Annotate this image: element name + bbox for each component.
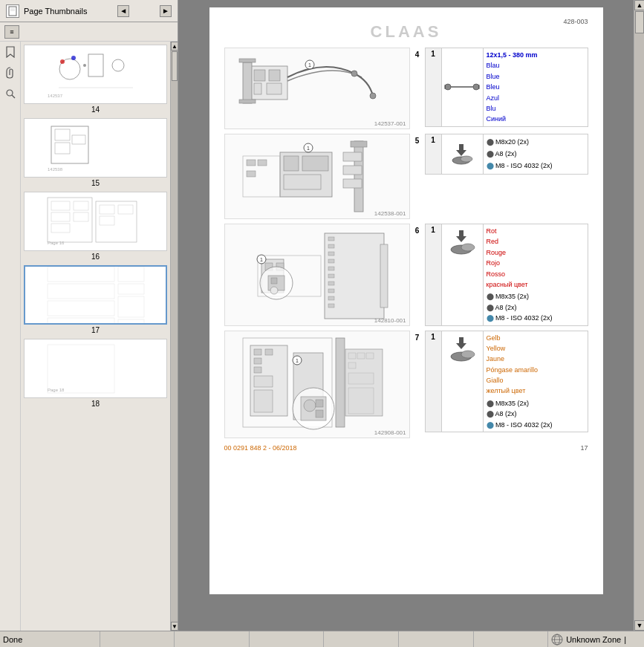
sidebar-scroll-down[interactable]: ▼ xyxy=(171,622,178,631)
part4-item2: ⬤ A8 (2x) xyxy=(487,409,553,419)
part3-img xyxy=(442,224,484,325)
sidebar-icons-column xyxy=(0,42,21,631)
diagram3-ref: 142810-001 xyxy=(374,317,406,324)
thumbnail-item-17[interactable]: 17 17 xyxy=(24,265,167,336)
doc-scroll-down[interactable]: ▼ xyxy=(634,620,644,631)
nav-next-button[interactable]: ► xyxy=(160,5,172,17)
thumbnail-label-17: 17 xyxy=(24,325,167,336)
svg-marker-77 xyxy=(456,144,466,156)
part4-zheltiy: желтый цвет xyxy=(487,386,553,396)
svg-point-3 xyxy=(7,90,13,96)
part2-img xyxy=(442,134,484,174)
part1-row: 1 xyxy=(425,48,588,127)
thumbnail-item-14[interactable]: 142537 14 xyxy=(24,45,167,115)
section7-diagram: 1 xyxy=(224,331,410,438)
diagram1-ref: 142537-001 xyxy=(374,120,406,127)
svg-point-12 xyxy=(71,56,76,60)
svg-rect-63 xyxy=(351,141,367,147)
document-area: CLAAS 428-003 xyxy=(178,0,644,631)
svg-rect-48 xyxy=(254,83,261,94)
thumbnail-img-14[interactable]: 142537 xyxy=(24,45,167,104)
svg-rect-110 xyxy=(254,367,261,373)
part2-item1: ⬤ M8x20 (2x) xyxy=(487,136,553,148)
thumbnail-item-15[interactable]: 142538 15 xyxy=(24,118,167,189)
part1-qty: 1 xyxy=(426,48,442,126)
svg-rect-128 xyxy=(348,388,374,414)
svg-rect-49 xyxy=(267,83,282,94)
thumbnail-img-16[interactable]: Page 16 xyxy=(24,192,167,251)
footer-left: 00 0291 848 2 - 06/2018 xyxy=(224,444,297,452)
document-page: CLAAS 428-003 xyxy=(209,7,603,594)
part3-item2: ⬤ A8 (2x) xyxy=(487,302,553,313)
bookmark-icon[interactable] xyxy=(3,45,18,59)
section4-diagram: 1 142537-001 xyxy=(224,48,410,129)
part3-text: Rot Red Rouge Rojo Rosso красный цвет ⬤ … xyxy=(484,224,556,325)
part3-qty: 1 xyxy=(426,224,442,325)
status-done-text: Done xyxy=(3,635,22,644)
part3-item3: ⬤ M8 - ISO 4032 (2x) xyxy=(487,313,553,323)
svg-rect-85 xyxy=(328,267,334,270)
zone-separator: | xyxy=(624,635,626,644)
thumbnail-label-15: 15 xyxy=(24,178,167,189)
sidebar: Page Thumbnails ◄ ► ≡ xyxy=(0,0,178,631)
svg-rect-112 xyxy=(254,390,273,412)
page-icon xyxy=(6,4,19,18)
status-section-7 xyxy=(474,631,549,648)
part4-giallo: Giallo xyxy=(487,375,553,386)
svg-rect-54 xyxy=(243,62,252,103)
thumbnail-img-18[interactable]: Page 18 xyxy=(24,339,167,398)
diagram2-ref: 142538-001 xyxy=(374,210,406,217)
part4-pongase: Póngase amarillo xyxy=(487,365,553,375)
section5-number: 5 xyxy=(410,134,425,219)
part3-items: ⬤ M8x35 (2x) ⬤ A8 (2x) ⬤ M8 - ISO 4032 (… xyxy=(487,291,553,323)
sidebar-scroll-track xyxy=(171,51,178,622)
document-scroll-area[interactable]: CLAAS 428-003 xyxy=(178,0,634,631)
svg-rect-73 xyxy=(258,160,267,166)
svg-rect-55 xyxy=(239,59,256,62)
thumbnail-item-18[interactable]: Page 18 18 xyxy=(24,339,167,409)
part4-yellow: Yellow xyxy=(487,343,553,354)
doc-scroll-thumb[interactable] xyxy=(635,11,644,33)
claas-logo: CLAAS xyxy=(224,22,588,42)
attachment-icon[interactable] xyxy=(3,65,18,80)
thumbnails-area[interactable]: 142537 14 xyxy=(21,42,170,631)
globe-icon xyxy=(551,634,563,646)
thumbnail-label-14: 14 xyxy=(24,104,167,115)
search-icon[interactable] xyxy=(3,86,18,101)
status-sections xyxy=(25,631,548,648)
part3-rosso: Rosso xyxy=(487,269,553,279)
svg-rect-69 xyxy=(302,156,328,171)
svg-text:1: 1 xyxy=(260,257,263,262)
thumbnail-img-15[interactable]: 142538 xyxy=(24,118,167,178)
thumbnail-label-18: 18 xyxy=(24,398,167,409)
sidebar-scroll-up[interactable]: ▲ xyxy=(171,42,178,51)
svg-rect-64 xyxy=(343,152,362,161)
svg-text:Page 16: Page 16 xyxy=(48,241,65,245)
footer-right: 17 xyxy=(580,444,588,452)
doc-scroll-up[interactable]: ▲ xyxy=(634,0,644,10)
thumbnail-img-17[interactable]: 17 xyxy=(24,265,167,325)
svg-marker-102 xyxy=(456,230,466,242)
part3-red: Red xyxy=(487,236,553,247)
part1-img xyxy=(442,48,484,126)
svg-rect-126 xyxy=(348,362,356,368)
section5-diagram: 1 142538-001 xyxy=(224,134,410,219)
part2-item2: ⬤ A8 (2x) xyxy=(487,148,553,160)
part2-text: ⬤ M8x20 (2x) ⬤ A8 (2x) ⬤ M8 - ISO 4032 (… xyxy=(484,134,556,174)
section5-parts: 1 xyxy=(425,134,588,219)
toolbar-menu-button[interactable]: ≡ xyxy=(4,25,19,39)
part4-text: Gelb Yellow Jaune Póngase amarillo Giall… xyxy=(484,331,556,432)
part4-qty: 1 xyxy=(426,331,442,432)
sidebar-scroll-thumb[interactable] xyxy=(172,51,178,81)
section-7: 1 xyxy=(224,331,588,438)
thumbnail-item-16[interactable]: Page 16 16 xyxy=(24,192,167,262)
svg-text:142538: 142538 xyxy=(48,167,63,172)
doc-scrollbar[interactable]: ▲ ▼ xyxy=(634,0,644,631)
nav-prev-button[interactable]: ◄ xyxy=(117,5,129,17)
sidebar-scrollbar[interactable]: ▲ ▼ xyxy=(170,42,178,631)
svg-rect-81 xyxy=(328,237,334,241)
svg-rect-65 xyxy=(343,166,362,175)
svg-point-11 xyxy=(60,59,65,64)
part3-rojo: Rojo xyxy=(487,258,553,268)
svg-point-57 xyxy=(445,84,451,90)
